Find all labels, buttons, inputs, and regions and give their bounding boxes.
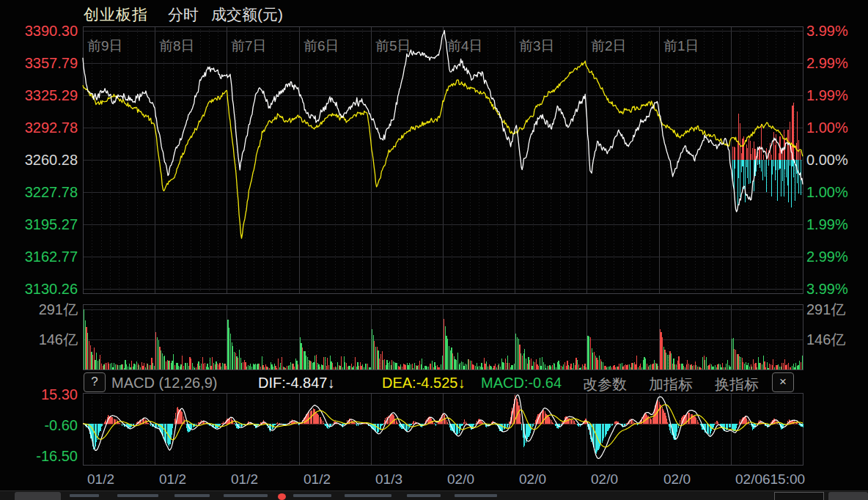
clipped-toolbar-text bbox=[174, 494, 210, 497]
clipped-toolbar-text bbox=[407, 494, 441, 497]
macd-macd-value: MACD:-0.64 bbox=[481, 375, 562, 391]
bottom-toolbar[interactable] bbox=[0, 490, 868, 500]
clipped-toolbar-text bbox=[224, 494, 268, 497]
day-label: 前9日 bbox=[87, 37, 123, 56]
time-axis-label: 02/0 bbox=[591, 471, 618, 488]
price-axis-label: 3130.26 bbox=[0, 282, 78, 296]
price-axis-label: 3325.29 bbox=[0, 88, 78, 103]
percent-axis-label: 0.00% bbox=[806, 152, 848, 167]
time-axis-label: 02/0 bbox=[663, 471, 691, 488]
price-axis-label: 3227.78 bbox=[0, 185, 78, 199]
volume-axis-label: 146亿 bbox=[0, 332, 78, 347]
close-indicator-icon[interactable]: × bbox=[772, 372, 794, 392]
price-axis-label: 3260.28 bbox=[0, 152, 78, 167]
macd-dea-value: DEA:-4.525↓ bbox=[382, 375, 465, 391]
day-label: 前7日 bbox=[231, 37, 267, 56]
macd-dif-value: DIF:-4.847↓ bbox=[258, 375, 334, 391]
percent-axis-label: 2.99% bbox=[806, 56, 848, 70]
macd-axis-label: 15.30 bbox=[0, 387, 78, 402]
time-axis-label: 01/2 bbox=[304, 471, 331, 488]
day-label: 前5日 bbox=[375, 37, 411, 56]
volume-axis-label: 291亿 bbox=[806, 302, 845, 317]
price-axis-label: 3195.27 bbox=[0, 217, 78, 232]
day-label: 前8日 bbox=[159, 37, 195, 56]
day-label: 前4日 bbox=[447, 37, 483, 56]
time-axis-label: 01/2 bbox=[159, 471, 186, 488]
day-label: 前2日 bbox=[591, 37, 627, 56]
change-params-button[interactable]: 改参数 bbox=[583, 375, 627, 394]
percent-axis-label: 1.00% bbox=[806, 120, 848, 135]
charts-canvas[interactable] bbox=[0, 0, 868, 500]
percent-axis-label: 3.99% bbox=[806, 23, 848, 38]
volume-axis-label: 146亿 bbox=[806, 332, 845, 347]
clipped-toolbar-text bbox=[455, 494, 497, 497]
volume-axis-label: 291亿 bbox=[0, 302, 78, 317]
clipped-toolbar-text bbox=[70, 494, 99, 497]
price-axis-label: 3357.79 bbox=[0, 56, 78, 70]
macd-axis-label: -16.50 bbox=[0, 449, 78, 463]
percent-axis-label: 3.99% bbox=[806, 282, 848, 296]
help-button[interactable]: ? bbox=[84, 372, 106, 392]
time-axis-label: 02/0615:00 bbox=[735, 471, 805, 488]
day-label: 前6日 bbox=[304, 37, 339, 56]
time-axis-label: 02/0 bbox=[447, 471, 474, 488]
percent-axis-label: 2.99% bbox=[806, 249, 848, 264]
percent-axis-label: 1.99% bbox=[806, 88, 848, 103]
time-axis-label: 01/2 bbox=[87, 471, 114, 488]
notification-badge bbox=[278, 493, 286, 500]
time-axis-label: 01/3 bbox=[375, 471, 402, 488]
time-axis-label: 02/0 bbox=[519, 471, 546, 488]
add-indicator-button[interactable]: 加指标 bbox=[649, 375, 693, 394]
price-axis-label: 3292.78 bbox=[0, 120, 78, 135]
percent-axis-label: 1.99% bbox=[806, 217, 848, 232]
macd-indicator-name[interactable]: MACD (12,26,9) bbox=[111, 375, 218, 391]
price-axis-label: 3162.77 bbox=[0, 249, 78, 264]
toolbar-button-right[interactable] bbox=[774, 492, 824, 500]
switch-indicator-button[interactable]: 换指标 bbox=[715, 375, 759, 394]
clipped-toolbar-text bbox=[117, 494, 158, 497]
toolbar-button-left[interactable] bbox=[15, 492, 61, 500]
clipped-toolbar-text bbox=[293, 494, 331, 497]
day-label: 前1日 bbox=[663, 37, 699, 56]
stock-chart-app: 创业板指 分时 成交额(元) 3390.303357.793325.293292… bbox=[0, 0, 868, 500]
day-label: 前3日 bbox=[519, 37, 555, 56]
price-axis-label: 3390.30 bbox=[0, 23, 78, 38]
percent-axis-label: 1.00% bbox=[806, 185, 848, 199]
toolbar-button-corner[interactable] bbox=[828, 492, 868, 500]
time-axis-label: 01/2 bbox=[231, 471, 258, 488]
clipped-toolbar-text bbox=[345, 494, 391, 497]
macd-axis-label: -0.60 bbox=[0, 418, 78, 433]
